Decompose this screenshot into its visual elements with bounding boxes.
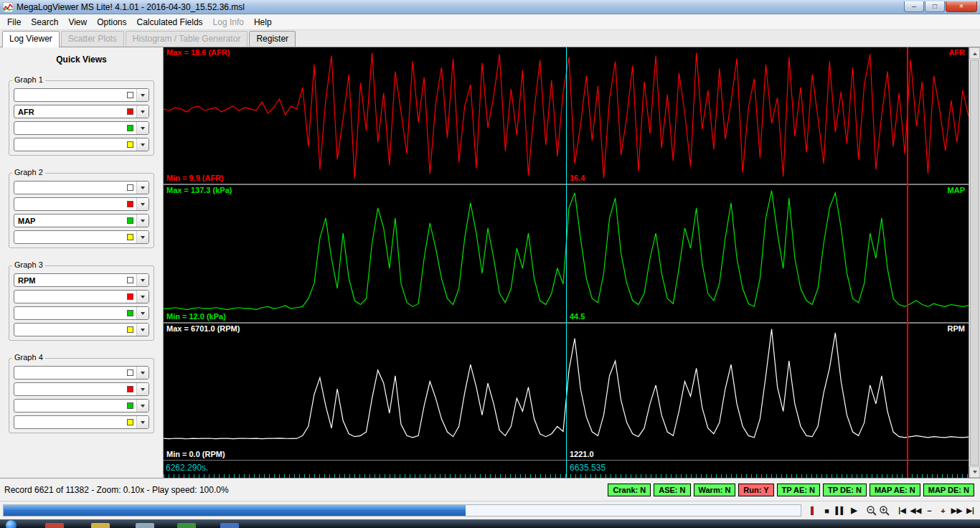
graph2-group: Graph 2 MAP [9,160,154,248]
graph4-field-selector-1[interactable] [14,366,149,380]
chevron-down-icon[interactable] [136,383,149,395]
chevron-down-icon[interactable] [136,231,149,243]
start-button[interactable] [6,520,17,528]
graph2-field-selector-3[interactable]: MAP [14,214,149,227]
chevron-down-icon[interactable] [136,367,149,379]
status-badge-warm: Warm: N [694,484,736,496]
graph1-field-selector-2[interactable]: AFR [14,105,149,118]
chevron-down-icon[interactable] [136,122,149,134]
graph4-field-selector-4[interactable] [14,415,149,429]
speed-slider[interactable] [807,505,817,517]
scroll-down-icon[interactable] [969,466,980,478]
chevron-down-icon[interactable] [136,400,149,412]
record-marker-line[interactable] [907,47,908,478]
application-window: MegaLogViewer MS Lite! 4.1.01 - 2016-04-… [0,0,980,528]
menu-options[interactable]: Options [92,15,131,29]
color-swatch [127,217,133,224]
graph4-group: Graph 4 [9,345,154,433]
afr-cursor-value: 16.4 [570,174,585,182]
graph4-field-selector-2[interactable] [14,382,149,396]
playback-cursor-line[interactable] [566,47,567,478]
log-position-scrollbar[interactable] [3,504,801,517]
graph2-field-selector-4[interactable] [14,230,149,244]
window-controls: – □ × [903,1,977,12]
color-swatch [127,293,133,300]
color-swatch [127,141,133,148]
menu-help[interactable]: Help [249,15,277,29]
play-button[interactable]: ▶ [847,504,861,517]
graph4-field-selector-3[interactable] [14,399,149,412]
afr-max-label: Max = 18.6 (AFR) [166,48,230,57]
tab-bar: Log Viewer Scatter Plots Histogram / Tab… [0,30,980,47]
maximize-button[interactable]: □ [925,1,945,12]
taskbar-app-2[interactable] [91,523,110,528]
chevron-down-icon[interactable] [136,274,149,286]
status-badge-map-de: MAP DE: N [923,484,974,496]
menu-file[interactable]: File [2,15,26,29]
playback-bar: ■ ▌▌ ▶ |◀ ◀◀ − + ▶▶ ▶| [0,501,980,519]
chevron-down-icon[interactable] [136,182,149,194]
graph2-field-selector-2[interactable] [14,197,149,211]
graph1-group: Graph 1 AFR [9,67,154,156]
chevron-down-icon[interactable] [136,324,149,336]
chart-vertical-scrollbar[interactable] [969,47,980,478]
chevron-down-icon[interactable] [136,89,149,101]
tab-log-viewer[interactable]: Log Viewer [2,31,60,47]
graph3-field-selector-1[interactable]: RPM [14,273,149,287]
window-title: MegaLogViewer MS Lite! 4.1.01 - 2016-04-… [17,2,245,12]
step-plus-button[interactable]: + [936,504,950,517]
speed-slider-thumb[interactable] [811,506,814,515]
taskbar-app-4[interactable] [177,523,196,528]
graph3-field-selector-4[interactable] [14,323,149,336]
menu-view[interactable]: View [63,15,92,29]
color-swatch [127,108,133,115]
graph1-label: Graph 1 [12,75,45,84]
chevron-down-icon[interactable] [136,105,149,118]
chevron-down-icon[interactable] [136,416,149,428]
taskbar-app-5[interactable] [220,523,239,528]
rewind-button[interactable]: ◀◀ [909,504,923,517]
title-bar[interactable]: MegaLogViewer MS Lite! 4.1.01 - 2016-04-… [0,0,980,14]
chevron-down-icon[interactable] [136,291,149,303]
chevron-down-icon[interactable] [136,307,149,319]
quick-views-title: Quick Views [0,55,163,65]
graph3-field-selector-3[interactable] [14,306,149,320]
status-badge-tp-de: TP DE: N [823,484,867,496]
chevron-down-icon[interactable] [136,138,149,151]
skip-end-button[interactable]: ▶| [963,504,977,517]
color-swatch [127,369,133,376]
stop-button[interactable]: ■ [820,504,834,517]
fast-forward-button[interactable]: ▶▶ [950,504,963,517]
menu-search[interactable]: Search [26,15,63,29]
charts-column[interactable]: Max = 18.6 (AFR) Min = 9.9 (AFR) AFR 16.… [164,47,969,478]
step-minus-button[interactable]: − [923,504,936,517]
status-bar: Record 6621 of 11382 - Zoom: 0.10x - Pla… [0,478,980,501]
zoom-out-icon[interactable] [866,505,877,517]
taskbar-app-3[interactable] [136,523,154,528]
menu-bar: File Search View Options Calculated Fiel… [0,14,980,30]
main-area: Quick Views Graph 1 AFR [0,47,980,478]
pause-button[interactable]: ▌▌ [834,504,847,517]
tab-histogram-table-generator: Histogram / Table Generator [126,31,248,47]
close-button[interactable]: × [946,1,977,12]
graph2-field-selector-1[interactable] [14,181,149,194]
graph3-field-selector-2[interactable] [14,290,149,303]
minimize-button[interactable]: – [904,1,924,12]
record-status-text: Record 6621 of 11382 - Zoom: 0.10x - Pla… [4,485,229,495]
graph1-field-selector-4[interactable] [14,138,149,151]
status-badge-tp-ae: TP AE: N [777,484,820,496]
map-max-label: Max = 137.3 (kPa) [166,186,232,194]
windows-taskbar[interactable] [0,519,980,528]
zoom-in-icon[interactable] [879,505,890,517]
scrollbar-thumb[interactable] [970,60,979,466]
scroll-up-icon[interactable] [969,47,980,59]
skip-start-button[interactable]: |◀ [895,504,909,517]
menu-calculated-fields[interactable]: Calculated Fields [132,15,208,29]
graph1-field-selector-1[interactable] [14,88,149,102]
taskbar-app-1[interactable] [45,523,64,528]
color-swatch [127,234,133,240]
graph1-field-selector-3[interactable] [14,121,149,135]
chevron-down-icon[interactable] [136,198,149,210]
tab-register[interactable]: Register [249,31,296,47]
chevron-down-icon[interactable] [136,214,149,227]
